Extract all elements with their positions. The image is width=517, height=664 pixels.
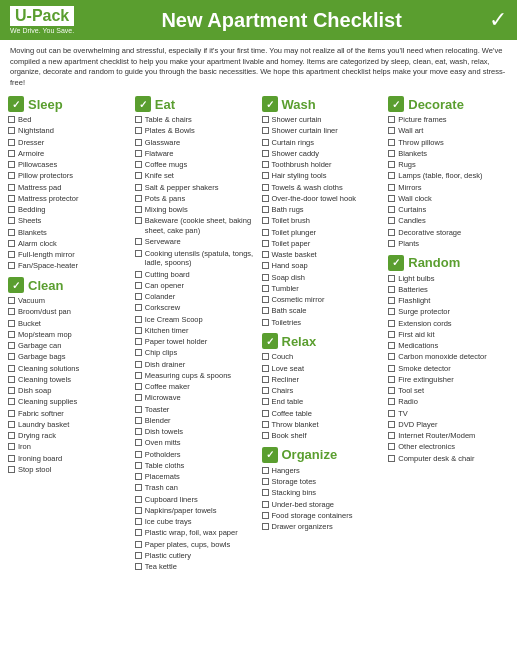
checkbox[interactable] [8,217,15,224]
checkbox[interactable] [135,563,142,570]
checkbox[interactable] [388,308,395,315]
checkbox[interactable] [8,455,15,462]
checkbox[interactable] [262,489,269,496]
checkbox[interactable] [262,478,269,485]
checkbox[interactable] [135,195,142,202]
checkbox[interactable] [262,410,269,417]
checkbox[interactable] [262,184,269,191]
checkbox[interactable] [135,238,142,245]
checkbox[interactable] [262,206,269,213]
checkbox[interactable] [262,217,269,224]
checkbox[interactable] [135,383,142,390]
checkbox[interactable] [8,251,15,258]
checkbox[interactable] [388,116,395,123]
checkbox[interactable] [135,518,142,525]
checkbox[interactable] [135,496,142,503]
checkbox[interactable] [388,139,395,146]
checkbox[interactable] [8,116,15,123]
checkbox[interactable] [135,394,142,401]
checkbox[interactable] [135,139,142,146]
checkbox[interactable] [8,421,15,428]
checkbox[interactable] [262,229,269,236]
checkbox[interactable] [262,296,269,303]
checkbox[interactable] [262,172,269,179]
checkbox[interactable] [135,282,142,289]
checkbox[interactable] [388,161,395,168]
checkbox[interactable] [388,240,395,247]
checkbox[interactable] [135,172,142,179]
checkbox[interactable] [262,262,269,269]
checkbox[interactable] [262,398,269,405]
checkbox[interactable] [8,353,15,360]
checkbox[interactable] [135,338,142,345]
checkbox[interactable] [388,320,395,327]
checkbox[interactable] [135,116,142,123]
checkbox[interactable] [135,552,142,559]
checkbox[interactable] [388,432,395,439]
checkbox[interactable] [135,439,142,446]
checkbox[interactable] [135,271,142,278]
checkbox[interactable] [388,443,395,450]
checkbox[interactable] [8,161,15,168]
checkbox[interactable] [388,410,395,417]
checkbox[interactable] [262,116,269,123]
checkbox[interactable] [262,150,269,157]
checkbox[interactable] [388,172,395,179]
checkbox[interactable] [135,349,142,356]
checkbox[interactable] [388,217,395,224]
checkbox[interactable] [8,432,15,439]
checkbox[interactable] [262,387,269,394]
checkbox[interactable] [8,387,15,394]
checkbox[interactable] [135,206,142,213]
checkbox[interactable] [388,206,395,213]
checkbox[interactable] [135,161,142,168]
checkbox[interactable] [8,150,15,157]
checkbox[interactable] [388,297,395,304]
checkbox[interactable] [135,250,142,257]
checkbox[interactable] [8,229,15,236]
checkbox[interactable] [388,286,395,293]
checkbox[interactable] [8,297,15,304]
checkbox[interactable] [262,285,269,292]
checkbox[interactable] [262,161,269,168]
checkbox[interactable] [262,195,269,202]
checkbox[interactable] [135,372,142,379]
checkbox[interactable] [8,139,15,146]
checkbox[interactable] [388,398,395,405]
checkbox[interactable] [262,421,269,428]
checkbox[interactable] [8,398,15,405]
checkbox[interactable] [135,327,142,334]
checkbox[interactable] [262,365,269,372]
checkbox[interactable] [262,127,269,134]
checkbox[interactable] [135,451,142,458]
checkbox[interactable] [8,320,15,327]
checkbox[interactable] [388,455,395,462]
checkbox[interactable] [135,462,142,469]
checkbox[interactable] [135,417,142,424]
checkbox[interactable] [8,172,15,179]
checkbox[interactable] [262,274,269,281]
checkbox[interactable] [135,428,142,435]
checkbox[interactable] [388,331,395,338]
checkbox[interactable] [8,184,15,191]
checkbox[interactable] [135,293,142,300]
checkbox[interactable] [8,195,15,202]
checkbox[interactable] [388,365,395,372]
checkbox[interactable] [8,342,15,349]
checkbox[interactable] [388,376,395,383]
checkbox[interactable] [262,319,269,326]
checkbox[interactable] [8,410,15,417]
checkbox[interactable] [388,342,395,349]
checkbox[interactable] [135,217,142,224]
checkbox[interactable] [8,127,15,134]
checkbox[interactable] [8,308,15,315]
checkbox[interactable] [8,262,15,269]
checkbox[interactable] [8,206,15,213]
checkbox[interactable] [262,467,269,474]
checkbox[interactable] [262,353,269,360]
checkbox[interactable] [8,466,15,473]
checkbox[interactable] [388,150,395,157]
checkbox[interactable] [135,507,142,514]
checkbox[interactable] [8,240,15,247]
checkbox[interactable] [135,304,142,311]
